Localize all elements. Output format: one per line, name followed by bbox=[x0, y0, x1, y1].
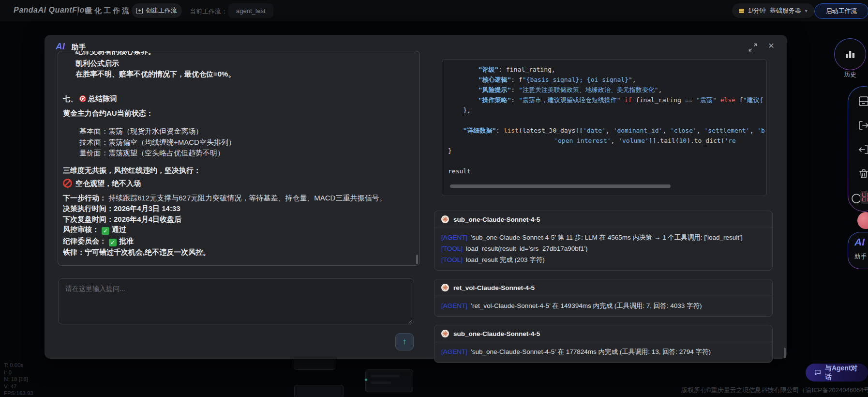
bar-chart-icon bbox=[844, 48, 856, 61]
debug-i: I: 0 bbox=[4, 369, 33, 376]
code-line: } bbox=[448, 146, 763, 156]
user-avatar[interactable] bbox=[857, 212, 868, 229]
claude-avatar-icon bbox=[441, 284, 449, 291]
agent-card-header: sub_one-Claude-Sonnet-4-5 bbox=[434, 325, 772, 342]
answer-line: 在胜率不明、赔率不优的情况下，最优仓位=0%。 bbox=[75, 69, 235, 79]
qr-icon bbox=[862, 193, 866, 197]
answer-line: 决策执行时间：2026年4月3日 14:33 bbox=[63, 203, 180, 214]
topbar-divider bbox=[77, 6, 78, 15]
claude-avatar-icon bbox=[441, 330, 449, 337]
agent-name: ret_vol-Claude-Sonnet-4-5 bbox=[453, 284, 535, 291]
log-text: ’sub_one-Claude-Sonnet-4-5’ 第 11 步: LLM … bbox=[471, 234, 743, 241]
node-status-dot bbox=[365, 379, 367, 381]
agent-log-line: [TOOL]load_result 完成 (203 字符) bbox=[441, 254, 765, 265]
chat-bubble-icon bbox=[814, 369, 821, 376]
agent-card-body: [AGENT]’sub_one-Claude-Sonnet-4-5’ 第 11 … bbox=[434, 228, 772, 270]
arrow-up-icon: ↑ bbox=[403, 337, 407, 347]
agent-log-list: sub_one-Claude-Sonnet-4-5[AGENT]’sub_one… bbox=[434, 211, 773, 363]
code-line: "风险提示": "注意关注美联储政策、地缘政治、美元指数变化", bbox=[448, 85, 763, 95]
answer-line: 三维度无共振，风控红线违约，坚决执行： bbox=[63, 165, 201, 176]
chevron-down-icon: ▾ bbox=[805, 8, 808, 14]
ai-assistant-label: 助手 bbox=[854, 253, 867, 261]
code-line: result bbox=[448, 166, 763, 176]
close-icon[interactable]: × bbox=[765, 40, 777, 51]
code-line: "评级": final_rating, bbox=[448, 64, 763, 75]
app-logo: PandaAI QuantFlow bbox=[14, 6, 91, 15]
log-text: ’ret_vol-Claude-Sonnet-4-5’ 在 149394ms 内… bbox=[471, 302, 702, 309]
answer-line: 基本面：震荡（现货升水但资金离场） bbox=[79, 126, 203, 137]
prompt-input[interactable] bbox=[58, 278, 414, 324]
answer-line: 下一步行动： 持续跟踪612元支撑与627元阻力突破情况，等待基差、持仓量、MA… bbox=[63, 193, 386, 203]
vertical-scrollbar-thumb[interactable] bbox=[416, 255, 418, 264]
answer-line: 空仓观望，绝不入场 bbox=[63, 178, 141, 189]
save-button[interactable] bbox=[857, 95, 868, 107]
add-workflow-icon: + bbox=[136, 8, 143, 14]
code-line bbox=[448, 156, 763, 166]
export-button[interactable] bbox=[857, 119, 868, 132]
server-text: 基础服务器 bbox=[770, 6, 801, 15]
current-workflow-value[interactable]: agent_test bbox=[228, 3, 273, 18]
horizontal-scrollbar-thumb[interactable] bbox=[450, 184, 671, 188]
log-tag: [TOOL] bbox=[441, 256, 463, 263]
resize-handle[interactable] bbox=[408, 320, 412, 323]
log-tag: [AGENT] bbox=[441, 302, 467, 309]
agent-log-line: [AGENT]’sub_one-Claude-Sonnet-4-5’ 在 177… bbox=[441, 346, 765, 357]
code-block-card: "评级": final_rating, "核心逻辑": f"{basis_sig… bbox=[442, 59, 767, 196]
chat-with-agent-button[interactable]: 与Agent对话 bbox=[806, 364, 868, 382]
delete-button[interactable] bbox=[857, 168, 868, 180]
import-button[interactable] bbox=[857, 143, 868, 156]
code-line: }, bbox=[448, 105, 763, 115]
app-title: 量化工作流 bbox=[85, 6, 131, 15]
debug-stats: T: 0.00s I: 0 N: 18 [18] V: 47 FPS:163.9… bbox=[4, 362, 33, 397]
agent-card: sub_one-Claude-Sonnet-4-5[AGENT]’sub_one… bbox=[434, 211, 773, 271]
code-line bbox=[448, 115, 763, 125]
target-emoji-icon bbox=[79, 95, 86, 102]
code-line: "核心逻辑": f"{basis_signal}; {oi_signal}", bbox=[448, 75, 763, 85]
save-icon bbox=[857, 95, 868, 107]
agent-card-body: [AGENT]’ret_vol-Claude-Sonnet-4-5’ 在 149… bbox=[434, 296, 772, 316]
agent-log-line: [AGENT]’ret_vol-Claude-Sonnet-4-5’ 在 149… bbox=[441, 300, 765, 311]
history-label: 历史 bbox=[834, 71, 866, 79]
debug-v: V: 47 bbox=[4, 383, 33, 390]
code-line: 'open_interest', 'volume']].tail(10).to_… bbox=[448, 136, 763, 146]
answer-line: 黄金主力合约AU当前状态： bbox=[63, 108, 153, 119]
log-text: load_result 完成 (203 字符) bbox=[466, 256, 545, 263]
trash-icon bbox=[857, 168, 868, 180]
answer-line: 风控审核：✓通过 bbox=[63, 224, 126, 235]
ai-assistant-button[interactable]: AI 助手 bbox=[848, 232, 868, 269]
top-bar: PandaAI QuantFlow 量化工作流 + 创建工作流 当前工作流： a… bbox=[0, 0, 868, 21]
qr-button[interactable] bbox=[860, 191, 868, 204]
rate-text: 1/分钟 bbox=[748, 6, 766, 15]
answer-line: 下次复盘时间：2026年4月4日收盘后 bbox=[63, 214, 181, 225]
send-button[interactable]: ↑ bbox=[395, 333, 414, 351]
agent-name: sub_one-Claude-Sonnet-4-5 bbox=[453, 216, 540, 223]
assistant-answer-panel[interactable]: 纪律交易者的核心素养。 凯利公式启示 在胜率不明、赔率不优的情况下，最优仓位=0… bbox=[58, 51, 420, 266]
vertical-scrollbar-thumb[interactable] bbox=[784, 348, 786, 358]
log-tag: [AGENT] bbox=[441, 234, 467, 241]
code-content: "评级": final_rating, "核心逻辑": f"{basis_sig… bbox=[448, 64, 763, 176]
expand-icon[interactable] bbox=[747, 42, 759, 53]
create-workflow-button[interactable]: + 创建工作流 bbox=[132, 3, 182, 18]
launch-workflow-button[interactable]: 启动工作流 bbox=[814, 3, 868, 19]
agent-card: ret_vol-Claude-Sonnet-4-5[AGENT]’ret_vol… bbox=[434, 279, 773, 317]
answer-line: 铁律：宁可错过千次机会,绝不违反一次风控。 bbox=[63, 247, 210, 258]
code-line: "操作策略": "震荡市，建议观望或轻仓短线操作" if final_ratin… bbox=[448, 95, 763, 105]
agent-name: sub_one-Claude-Sonnet-4-5 bbox=[453, 330, 540, 337]
agent-log-line: [AGENT]’sub_one-Claude-Sonnet-4-5’ 第 11 … bbox=[441, 232, 765, 243]
answer-line: 纪律交易者的核心素养。 bbox=[75, 51, 155, 57]
agent-log-line: [TOOL]load_result(result_id=’srs_27db17a… bbox=[441, 243, 765, 254]
agent-card-header: ret_vol-Claude-Sonnet-4-5 bbox=[434, 279, 772, 296]
check-emoji-icon: ✓ bbox=[102, 227, 109, 235]
debug-n: N: 18 [18] bbox=[4, 376, 33, 383]
log-tag: [TOOL] bbox=[441, 245, 463, 252]
agent-card-header: sub_one-Claude-Sonnet-4-5 bbox=[434, 211, 772, 228]
history-button[interactable] bbox=[834, 38, 866, 70]
ai-logo: AI bbox=[854, 236, 865, 248]
server-selector[interactable]: 1/分钟 基础服务器 ▾ bbox=[732, 3, 814, 18]
ai-logo: AI bbox=[56, 41, 65, 52]
import-icon bbox=[857, 143, 868, 156]
coin-icon bbox=[739, 9, 744, 13]
debug-fps: FPS:163.93 bbox=[4, 390, 33, 397]
agent-card-body: [AGENT]’sub_one-Claude-Sonnet-4-5’ 在 177… bbox=[434, 342, 772, 362]
create-workflow-label: 创建工作流 bbox=[146, 6, 177, 15]
